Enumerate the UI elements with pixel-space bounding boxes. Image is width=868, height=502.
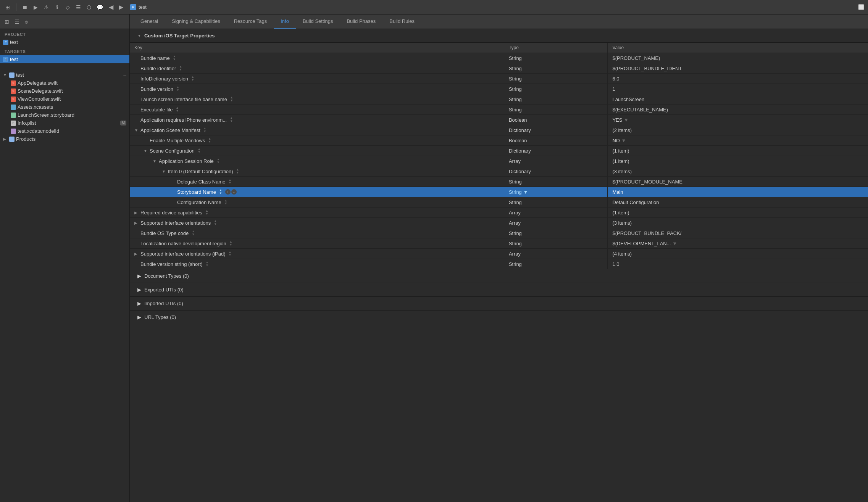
tree-item-appdelegate[interactable]: S AppDelegate.swift [0,79,129,87]
table-row[interactable]: ▼ Application Scene Manifest ▲▼ Dictiona… [130,125,868,135]
type-cell: String [504,63,608,74]
col-value: Value [608,43,868,53]
sidebar-item-target[interactable]: 🔨 test [0,55,129,63]
tab-signing[interactable]: Signing & Capabilities [165,14,227,29]
tree-item-test-folder[interactable]: ▼ test [0,71,129,79]
add-row-button[interactable]: + [225,189,231,195]
type-cell: Array [504,249,608,259]
value-cell-selected[interactable]: Main [608,187,868,197]
table-row-selected[interactable]: Storyboard Name ▲▼ + - String ▼ Main [130,187,868,197]
table-row[interactable]: Bundle OS Type code ▲▼ String $(PRODUCT_… [130,228,868,238]
key-cell-selected: Storyboard Name ▲▼ + - [130,187,504,197]
back-button[interactable]: ◀ [106,3,116,11]
type-cell: String [504,238,608,249]
type-cell: String [504,228,608,238]
table-row[interactable]: Executable file ▲▼ String $(EXECUTABLE_N… [130,105,868,115]
tab-info[interactable]: Info [274,14,296,29]
tree-item-infoplist[interactable]: P Info.plist M [0,119,129,127]
value-cell: 1.0 [608,259,868,269]
tree-item-assets[interactable]: Assets.xcassets [0,103,129,111]
sidebar-item-project[interactable]: P test [0,38,129,46]
info-icon[interactable]: ℹ [53,3,61,11]
sidebar-filter-icon[interactable]: ⌾ [23,18,29,26]
type-cell: Boolean [504,115,608,125]
key-cell: Delegate Class Name ▲▼ [130,177,504,187]
main-toolbar: ⊞ ⏹ ▶ ⚠ ℹ ◇ ☰ ⬡ 💬 ◀ ▶ P test ⬜ [0,0,868,14]
value-cell: (3 items) [608,218,868,228]
tab-bar: General Signing & Capabilities Resource … [130,14,868,29]
key-cell: ▶ Supported interface orientations (iPad… [130,249,504,259]
custom-properties-header[interactable]: ▼ Custom iOS Target Properties [130,29,868,43]
document-types-label: Document Types (0) [144,273,189,279]
table-row[interactable]: ▶ Required device capabilities ▲▼ Array … [130,208,868,218]
table-row[interactable]: InfoDictionary version ▲▼ String 6.0 [130,74,868,84]
file-launchscreen: LaunchScreen.storyboard [18,112,74,118]
table-row[interactable]: ▼ Application Session Role ▲▼ Array (1 i… [130,156,868,166]
file-xcdatamodel: test.xcdatamodelId [18,128,59,134]
value-cell[interactable]: YES ▼ [608,115,868,125]
bookmark-icon[interactable]: ◇ [64,3,71,11]
tab-build-phases[interactable]: Build Phases [340,14,382,29]
tree-item-launchscreen[interactable]: LaunchScreen.storyboard [0,111,129,119]
sidebar-nav-icon[interactable]: ⊞ [3,18,11,26]
tab-build-settings[interactable]: Build Settings [296,14,340,29]
table-row[interactable]: Configuration Name ▲▼ String Default Con… [130,197,868,208]
table-row[interactable]: Bundle identifier ▲▼ String $(PRODUCT_BU… [130,63,868,74]
key-cell: Bundle name ▲▼ [130,53,504,63]
run-icon[interactable]: ▶ [32,3,39,11]
table-row[interactable]: Delegate Class Name ▲▼ String $(PRODUCT_… [130,177,868,187]
sidebar-list-icon[interactable]: ☰ [13,18,21,26]
table-row[interactable]: ▶ Supported interface orientations ▲▼ Ar… [130,218,868,228]
section-title: Custom iOS Target Properties [144,33,215,39]
row-expand-arrow: ▼ [153,159,157,163]
table-row[interactable]: Application requires iPhone environm... … [130,115,868,125]
value-cell[interactable]: NO ▼ [608,135,868,146]
warning-icon[interactable]: ⚠ [42,3,50,11]
table-row[interactable]: ▶ Supported interface orientations (iPad… [130,249,868,259]
remove-row-button[interactable]: - [231,189,237,195]
inspector-toggle-button[interactable]: ⬜ [858,4,864,10]
value-cell[interactable]: $(DEVELOPMENT_LAN... ▼ [608,238,868,249]
stop-icon[interactable]: ⏹ [21,3,29,11]
main-layout: ⊞ ☰ ⌾ PROJECT P test TARGETS 🔨 test ▼ te… [0,14,868,502]
tab-resource-tags[interactable]: Resource Tags [227,14,274,29]
list-icon[interactable]: ☰ [74,3,82,11]
col-type: Type [504,43,608,53]
forward-button[interactable]: ▶ [116,3,126,11]
exported-utis-section[interactable]: ▶ Exported UTIs (0) [130,283,868,297]
table-row[interactable]: ▼ Scene Configuration ▲▼ Dictionary (1 i… [130,146,868,156]
table-row[interactable]: ▼ Item 0 (Default Configuration) ▲▼ Dict… [130,166,868,177]
tab-general[interactable]: General [134,14,165,29]
url-types-section[interactable]: ▶ URL Types (0) [130,311,868,324]
table-row[interactable]: Bundle name ▲▼ String $(PRODUCT_NAME) [130,53,868,63]
tree-item-products[interactable]: ▶ Products [0,135,129,143]
table-row[interactable]: Localization native development region ▲… [130,238,868,249]
document-types-arrow: ▶ [137,273,141,279]
type-cell: Array [504,218,608,228]
key-cell: ▼ Scene Configuration ▲▼ [130,146,504,156]
swift-icon-2: S [11,88,16,94]
table-row[interactable]: Launch screen interface file base name ▲… [130,94,868,105]
type-cell: String [504,94,608,105]
type-cell: Array [504,156,608,166]
chat-icon[interactable]: 💬 [96,3,103,11]
key-cell: ▶ Supported interface orientations ▲▼ [130,218,504,228]
table-row[interactable]: Enable Multiple Windows ▲▼ Boolean NO ▼ [130,135,868,146]
imported-utis-label: Imported UTIs (0) [144,301,183,306]
table-row[interactable]: Bundle version string (short) ▲▼ String … [130,259,868,269]
key-cell: Bundle version ▲▼ [130,84,504,94]
tab-build-rules[interactable]: Build Rules [382,14,421,29]
table-row[interactable]: Bundle version ▲▼ String 1 [130,84,868,94]
row-expand-arrow: ▼ [134,128,139,132]
tree-item-scenedelegate[interactable]: S SceneDelegate.swift [0,87,129,95]
value-cell: (1 item) [608,156,868,166]
document-types-section[interactable]: ▶ Document Types (0) [130,269,868,283]
grid-icon[interactable]: ⊞ [4,3,11,11]
folder-badge [123,75,126,76]
tree-item-xcdatamodel[interactable]: test.xcdatamodelId [0,127,129,135]
key-cell: ▶ Required device capabilities ▲▼ [130,208,504,218]
imported-utis-section[interactable]: ▶ Imported UTIs (0) [130,297,868,311]
tree-item-viewcontroller[interactable]: S ViewController.swift [0,95,129,103]
file-scenedelegate: SceneDelegate.swift [18,88,63,94]
tag-icon[interactable]: ⬡ [85,3,93,11]
